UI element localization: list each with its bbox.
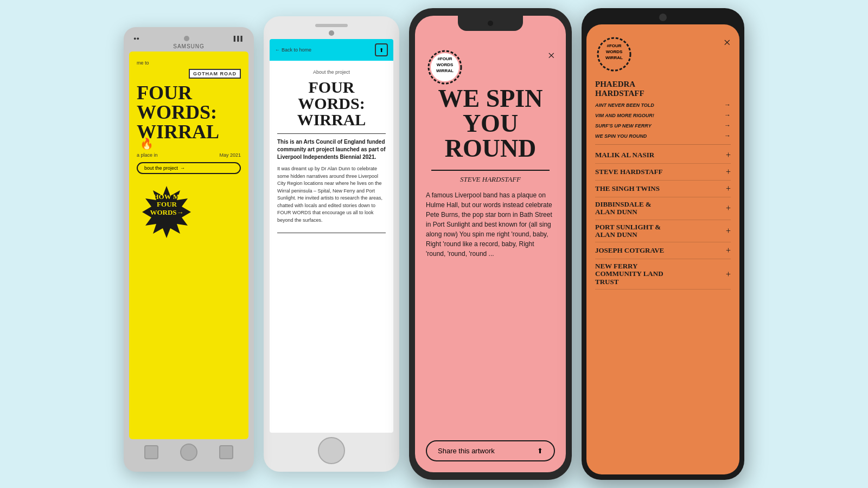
phone3-body: A famous Liverpool band has a plaque on … xyxy=(426,190,555,434)
phone3-badge: #FOUR WORDS WIRRAL xyxy=(426,48,464,86)
artist-name: DIBBINSDALE &ALAN DUNN xyxy=(595,201,652,216)
phone-3-iphone: #FOUR WORDS WIRRAL × WE SPIN YOU ROUND S… xyxy=(409,8,572,480)
phone-2-white: ← Back to home ⬆ About the project FOUR … xyxy=(264,16,399,472)
phone1-date-row: a place in May 2021 xyxy=(137,152,241,158)
expand-icon: + xyxy=(726,167,731,177)
main-artist-section: PHAEDRAHARDSTAFF AINT NEVER BEEN TOLD → … xyxy=(595,80,731,145)
speaker xyxy=(315,24,348,27)
samsung-top-bar: ●● ▌▌▌ xyxy=(128,34,250,43)
song-item-1[interactable]: AINT NEVER BEEN TOLD → xyxy=(595,100,731,110)
fire-icon: 🔥 xyxy=(140,137,154,150)
back-button[interactable] xyxy=(144,445,158,459)
home-button[interactable] xyxy=(318,437,345,464)
svg-text:WORDS: WORDS xyxy=(437,62,454,67)
phone4-header: #FOUR WORDS WIRRAL × xyxy=(595,35,731,73)
song-item-3[interactable]: SURF'S UP NEW FERRY → xyxy=(595,120,731,131)
svg-text:#FOUR: #FOUR xyxy=(607,43,621,48)
artist-item-newferry[interactable]: NEW FERRYCOMMUNITY LANDTRUST + xyxy=(595,259,731,290)
starburst-text: SHOW ME FOUR WORDS→ xyxy=(141,193,193,216)
artist-name: JOSEPH COTGRAVE xyxy=(595,247,664,254)
artist-item-malik[interactable]: MALIK AL NASIR + xyxy=(595,147,731,164)
samsung-brand: SAMSUNG xyxy=(173,43,205,49)
phone2-header: ← Back to home ⬆ xyxy=(270,39,393,61)
song-title: AINT NEVER BEEN TOLD xyxy=(595,102,654,108)
phone1-street-sign: GOTHAM ROAD xyxy=(189,69,241,79)
song-title: VIM AND MORE RIGOUR! xyxy=(595,113,654,118)
iphone-notch xyxy=(458,16,523,31)
artist-name: STEVE HARDSTAFF xyxy=(595,168,662,176)
expand-icon: + xyxy=(726,150,731,160)
android-camera xyxy=(659,14,667,21)
svg-text:WIRRAL: WIRRAL xyxy=(605,55,623,60)
arrow-icon: → xyxy=(724,121,731,130)
svg-text:WORDS: WORDS xyxy=(606,49,623,54)
phone2-content: About the project FOUR WORDS: WIRRAL Thi… xyxy=(270,61,393,433)
svg-text:WIRRAL: WIRRAL xyxy=(436,68,454,73)
phone3-artist: STEVE HARDSTAFF xyxy=(426,175,555,184)
artist-item-dibbinsdale[interactable]: DIBBINSDALE &ALAN DUNN + xyxy=(595,197,731,220)
expand-icon: + xyxy=(726,184,731,194)
front-camera xyxy=(184,36,189,41)
close-button[interactable]: × xyxy=(723,35,731,50)
expand-icon: + xyxy=(726,203,731,213)
phone1-about-btn[interactable]: bout the project → xyxy=(137,162,241,174)
artist-item-steve[interactable]: STEVE HARDSTAFF + xyxy=(595,164,731,181)
phone-4-android: #FOUR WORDS WIRRAL × PHAEDRAHARDSTAFF AI… xyxy=(582,8,744,480)
main-artist-name: PHAEDRAHARDSTAFF xyxy=(595,80,731,98)
artist-name: MALIK AL NASIR xyxy=(595,151,654,159)
notch-camera xyxy=(488,21,493,26)
share-icon: ⬆ xyxy=(537,447,543,455)
song-title: SURF'S UP NEW FERRY xyxy=(595,123,652,129)
expand-icon: + xyxy=(726,226,731,236)
close-button[interactable]: × xyxy=(547,48,555,63)
recents-button[interactable] xyxy=(219,445,233,459)
phone1-screen: me to GOTHAM ROAD 🔥 FOUR WORDS: WIRRAL a… xyxy=(129,52,248,439)
phone2-title: FOUR WORDS: WIRRAL xyxy=(277,79,386,128)
phone1-welcome: me to xyxy=(137,60,241,66)
svg-text:#FOUR: #FOUR xyxy=(437,56,452,61)
phone-1-samsung: ●● ▌▌▌ SAMSUNG me to GOTHAM ROAD 🔥 FOUR … xyxy=(124,27,254,472)
expand-icon: + xyxy=(726,246,731,255)
artist-name: THE SINGH TWINS xyxy=(595,185,660,192)
artist-name: PORT SUNLIGHT &ALAN DUNN xyxy=(595,223,661,239)
arrow-icon: → xyxy=(724,132,731,140)
artist-name: NEW FERRYCOMMUNITY LANDTRUST xyxy=(595,262,663,286)
arrow-icon: → xyxy=(724,111,731,119)
phone1-title: FOUR WORDS: WIRRAL xyxy=(137,83,241,142)
phone2-bottom-divider xyxy=(277,233,386,233)
phone2-subtitle: This is an Arts Council of England funde… xyxy=(277,138,386,161)
phone3-title: WE SPIN YOU ROUND xyxy=(426,86,555,161)
artist-item-singh[interactable]: THE SINGH TWINS + xyxy=(595,181,731,197)
artist-item-joseph[interactable]: JOSEPH COTGRAVE + xyxy=(595,242,731,259)
share-label: Share this artwork xyxy=(438,447,495,455)
share-icon-button[interactable]: ⬆ xyxy=(375,43,388,56)
samsung-bottom-bar xyxy=(128,439,250,465)
phone2-screen: ← Back to home ⬆ About the project FOUR … xyxy=(270,39,393,433)
song-item-2[interactable]: VIM AND MORE RIGOUR! → xyxy=(595,110,731,120)
home-button[interactable] xyxy=(180,444,197,461)
artist-item-port[interactable]: PORT SUNLIGHT &ALAN DUNN + xyxy=(595,220,731,243)
phone2-divider xyxy=(277,133,386,134)
arrow-icon: → xyxy=(724,101,731,109)
phone3-screen: #FOUR WORDS WIRRAL × WE SPIN YOU ROUND S… xyxy=(415,16,566,472)
song-title: WE SPIN YOU ROUND xyxy=(595,133,647,139)
phone2-body: It was dreamt up by Dr Alan Dunn to cele… xyxy=(277,165,386,224)
back-button[interactable]: ← Back to home xyxy=(275,47,311,53)
expand-icon: + xyxy=(726,269,731,279)
status-icons: ●● xyxy=(133,36,139,41)
front-camera xyxy=(329,30,334,36)
phone3-divider xyxy=(431,170,550,171)
song-item-4[interactable]: WE SPIN YOU ROUND → xyxy=(595,131,731,141)
signal-icons: ▌▌▌ xyxy=(234,36,244,41)
share-artwork-button[interactable]: Share this artwork ⬆ xyxy=(426,440,555,461)
phone4-artist-list: PHAEDRAHARDSTAFF AINT NEVER BEEN TOLD → … xyxy=(595,80,731,466)
phone4-badge: #FOUR WORDS WIRRAL xyxy=(595,35,633,73)
phone4-screen: #FOUR WORDS WIRRAL × PHAEDRAHARDSTAFF AI… xyxy=(586,24,739,474)
phones-container: ●● ▌▌▌ SAMSUNG me to GOTHAM ROAD 🔥 FOUR … xyxy=(0,0,868,488)
back-arrow-icon: ← xyxy=(275,47,280,53)
phone2-about-label: About the project xyxy=(277,69,386,75)
